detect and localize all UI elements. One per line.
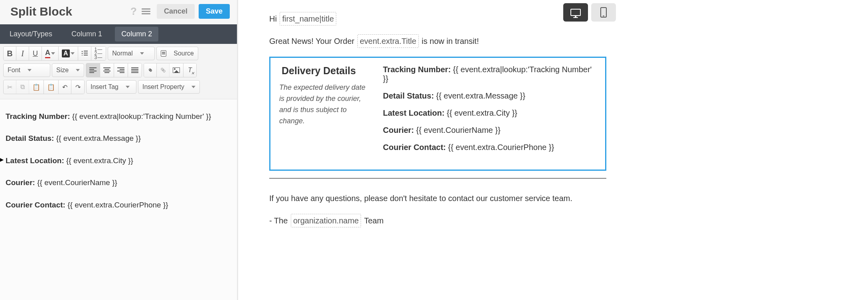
delivery-row: Detail Status: {{ event.extra.Message }} — [383, 91, 597, 101]
delivery-details-box: Delivery Details The expected delivery d… — [269, 57, 606, 171]
signature-line: - The organization.name Team — [269, 214, 606, 227]
delivery-row: Courier: {{ event.CourierName }} — [383, 126, 597, 135]
editor-header: Split Block ? Cancel Save — [0, 0, 237, 24]
editor-field-row[interactable]: Latest Location: {{ event.extra.City }} — [6, 155, 231, 166]
field-label: Detail Status: — [6, 134, 56, 142]
desktop-icon — [570, 9, 581, 16]
unlink-button[interactable]: ⚮ — [157, 63, 170, 77]
tab-column-2[interactable]: Column 2 — [115, 27, 158, 41]
delivery-row: Courier Contact: {{ event.extra.CourierP… — [383, 143, 597, 152]
rte-toolbar: B I U A A 1—2—3— Normal Source Font Size — [0, 44, 237, 99]
field-value: {{ event.extra.CourierPhone }} — [67, 201, 168, 209]
editor-field-row[interactable]: Courier Contact: {{ event.extra.CourierP… — [6, 199, 231, 211]
insert-tag-select[interactable]: Insert Tag — [86, 80, 136, 94]
image-icon — [173, 67, 180, 73]
cancel-button[interactable]: Cancel — [157, 4, 195, 19]
align-justify-button[interactable] — [128, 63, 142, 77]
menu-icon[interactable] — [142, 6, 150, 17]
numbered-list-button[interactable]: 1—2—3— — [91, 47, 106, 60]
align-center-button[interactable] — [100, 63, 114, 77]
preview-pane: Hi first_name|title Great News! Your Ord… — [238, 0, 622, 300]
delivery-label: Tracking Number: — [383, 65, 453, 74]
bold-button[interactable]: B — [4, 47, 16, 60]
delivery-label: Latest Location: — [383, 109, 447, 117]
tab-layout-types[interactable]: Layout/Types — [0, 24, 62, 44]
font-family-select[interactable]: Font — [3, 63, 50, 77]
save-button[interactable]: Save — [199, 4, 230, 19]
link-icon: ⚭ — [145, 65, 156, 75]
editor-tabs: Layout/Types Column 1 Column 2 — [0, 24, 237, 44]
text-color-button[interactable]: A — [42, 47, 59, 60]
image-button[interactable] — [170, 63, 183, 77]
device-preview-toggle — [563, 3, 616, 22]
help-icon[interactable]: ? — [130, 5, 137, 18]
mobile-icon — [600, 7, 607, 18]
delivery-label: Courier: — [383, 126, 416, 134]
insert-property-select[interactable]: Insert Property — [138, 80, 200, 94]
undo-icon: ↶ — [62, 83, 67, 91]
align-left-button[interactable] — [86, 63, 100, 77]
cut-button[interactable]: ✂ — [4, 80, 16, 94]
italic-button[interactable]: I — [16, 47, 29, 60]
delivery-label: Courier Contact: — [383, 143, 448, 152]
variable-first-name[interactable]: first_name|title — [280, 12, 336, 26]
greeting-prefix: Hi — [269, 14, 279, 23]
delivery-value: {{ event.extra.CourierPhone }} — [448, 143, 554, 152]
unlink-icon: ⚮ — [158, 65, 168, 75]
delivery-value: {{ event.extra.City }} — [447, 109, 517, 117]
delivery-row: Latest Location: {{ event.extra.City }} — [383, 109, 597, 118]
source-button[interactable]: Source — [156, 47, 198, 60]
footer-question: If you have any questions, please don't … — [269, 192, 606, 204]
bullet-list-button[interactable] — [78, 47, 91, 60]
order-line-prefix: Great News! Your Order — [269, 37, 357, 45]
field-value: {{ event.CourierName }} — [37, 178, 117, 187]
font-size-label: Size — [56, 67, 69, 74]
field-value: {{ event.extra.City }} — [66, 156, 133, 165]
delivery-value: {{ event.CourierName }} — [416, 126, 500, 134]
field-value: {{ event.extra|lookup:'Tracking Number' … — [72, 112, 211, 120]
field-label: Tracking Number: — [6, 112, 72, 120]
editor-pane: Split Block ? Cancel Save Layout/Types C… — [0, 0, 238, 300]
editor-field-row[interactable]: Detail Status: {{ event.extra.Message }} — [6, 132, 231, 144]
field-label: Latest Location: — [6, 156, 66, 165]
preview-greeting: Hi first_name|title — [269, 12, 606, 26]
copy-button[interactable]: ⧉ — [16, 80, 29, 94]
delivery-value: {{ event.extra.Message }} — [436, 91, 525, 100]
delivery-note: The expected delivery date is provided b… — [279, 82, 367, 127]
mobile-preview-button[interactable] — [591, 3, 616, 22]
field-value: {{ event.extra.Message }} — [56, 134, 141, 142]
align-right-button[interactable] — [114, 63, 128, 77]
font-size-select[interactable]: Size — [52, 63, 84, 77]
divider — [269, 178, 606, 179]
font-family-label: Font — [8, 67, 20, 74]
paragraph-format-label: Normal — [112, 50, 133, 57]
delivery-row: Tracking Number: {{ event.extra|lookup:'… — [383, 65, 597, 83]
redo-button[interactable]: ↷ — [71, 80, 84, 94]
editor-field-row[interactable]: Courier: {{ event.CourierName }} — [6, 177, 231, 188]
editor-field-row[interactable]: Tracking Number: {{ event.extra|lookup:'… — [6, 111, 231, 122]
rte-content-area[interactable]: Tracking Number: {{ event.extra|lookup:'… — [0, 99, 237, 232]
desktop-preview-button[interactable] — [563, 3, 588, 22]
preview-order-line: Great News! Your Order event.extra.Title… — [269, 34, 606, 48]
link-button[interactable]: ⚭ — [144, 63, 157, 77]
delivery-label: Detail Status: — [383, 91, 436, 100]
paragraph-format-select[interactable]: Normal — [108, 47, 155, 60]
underline-button[interactable]: U — [29, 47, 42, 60]
signature-suffix: Team — [362, 216, 383, 225]
background-color-button[interactable]: A — [59, 47, 78, 60]
delivery-heading: Delivery Details — [282, 65, 367, 77]
insert-property-label: Insert Property — [142, 83, 184, 91]
source-label: Source — [174, 50, 194, 57]
source-icon — [161, 50, 166, 57]
undo-button[interactable]: ↶ — [59, 80, 71, 94]
variable-order-title[interactable]: event.extra.Title — [357, 34, 419, 48]
paste-button[interactable]: 📋 — [29, 80, 44, 94]
variable-org-name[interactable]: organization.name — [291, 214, 361, 227]
tab-column-1[interactable]: Column 1 — [62, 24, 112, 44]
signature-prefix: - The — [269, 216, 290, 225]
paste-plain-button[interactable]: 📋 — [44, 80, 59, 94]
field-label: Courier: — [6, 178, 37, 187]
order-line-suffix: is now in transit! — [420, 37, 479, 45]
remove-format-button[interactable]: T✕ — [183, 63, 196, 77]
field-label: Courier Contact: — [6, 201, 67, 209]
